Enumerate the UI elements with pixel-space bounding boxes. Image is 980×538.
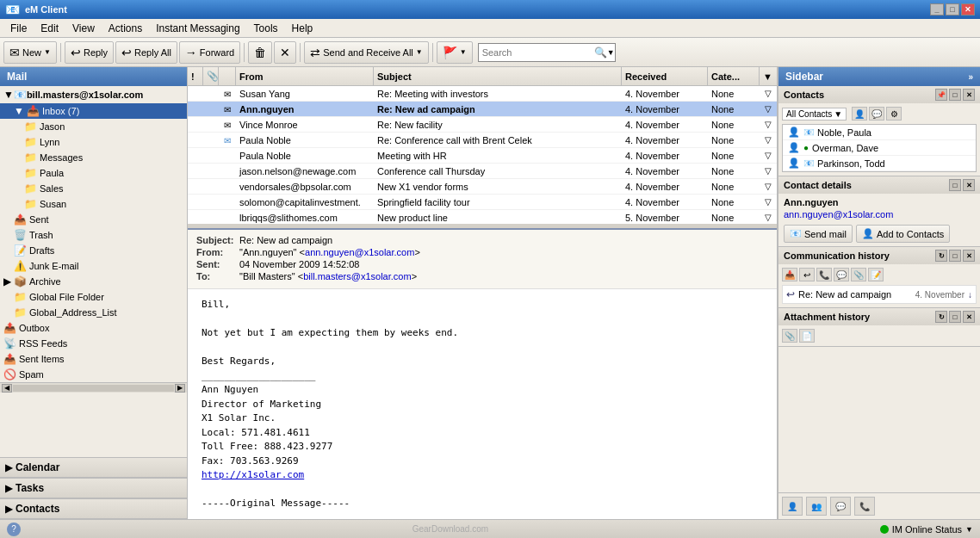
comm-icon-inbox[interactable]: 📥 (782, 268, 797, 281)
comm-history-item[interactable]: ↩ Re: New ad campaign 4. November ↓ (782, 285, 977, 304)
attach-history-refresh-btn[interactable]: ↻ (935, 311, 947, 323)
comm-icon-note[interactable]: 📝 (868, 268, 884, 281)
contact-item[interactable]: 👤 📧 Noble, Paula (783, 125, 976, 140)
folder-sentitems[interactable]: 📤 Sent Items (0, 351, 187, 367)
flag-button[interactable]: 🚩 ▼ (437, 41, 473, 64)
contact-item[interactable]: 👤 📧 Parkinson, Todd (783, 156, 976, 171)
contacts-icon-btn-1[interactable]: 👤 (852, 107, 867, 121)
move-button[interactable]: ✕ (274, 41, 296, 64)
contact-details-expand-btn[interactable]: □ (949, 179, 961, 191)
email-row[interactable]: solomon@capitalinvestment. Springfield f… (188, 195, 777, 210)
email-row[interactable]: vendorsales@bpsolar.com New X1 vendor fo… (188, 179, 777, 195)
contacts-filter-dropdown[interactable]: All Contacts ▼ (782, 108, 847, 121)
folder-susan[interactable]: 📁 Susan (0, 196, 187, 212)
sidebar-bottom-icon-4[interactable]: 📞 (854, 497, 875, 516)
attach-history-expand-btn[interactable]: □ (949, 311, 961, 323)
folder-sent[interactable]: 📤 Sent (0, 212, 187, 227)
search-box[interactable]: 🔍 ▼ (478, 43, 616, 62)
reply-button[interactable]: ↩ Reply (65, 41, 114, 64)
comm-icon-chat[interactable]: 💬 (834, 268, 849, 281)
comm-history-expand-btn[interactable]: □ (949, 250, 961, 262)
close-button[interactable]: ✕ (961, 3, 975, 15)
menu-edit[interactable]: Edit (34, 21, 65, 36)
menu-file[interactable]: File (3, 21, 34, 36)
folder-outbox[interactable]: 📤 Outbox (0, 320, 187, 336)
folder-paula[interactable]: 📁 Paula (0, 165, 187, 181)
col-header-from[interactable]: From (236, 67, 374, 85)
from-email-link[interactable]: ann.nguyen@x1solar.com (305, 247, 414, 257)
contacts-pin-btn[interactable]: 📌 (935, 89, 947, 101)
search-dropdown-icon[interactable]: ▼ (607, 48, 615, 57)
contact-detail-email[interactable]: ann.nguyen@x1solar.com (784, 209, 975, 220)
folder-sales[interactable]: 📁 Sales (0, 181, 187, 196)
col-header-attach[interactable]: 📎 (203, 67, 219, 85)
maximize-button[interactable]: □ (946, 3, 959, 15)
email-row[interactable]: ✉ Vince Monroe Re: New facility 4. Novem… (188, 117, 777, 133)
attach-icon-2[interactable]: 📄 (799, 329, 815, 343)
search-icon[interactable]: 🔍 (594, 46, 607, 59)
sidebar-bottom-icon-1[interactable]: 👤 (782, 497, 803, 516)
tasks-section-toggle[interactable]: ▶ Tasks (0, 478, 187, 498)
left-panel-hscroll[interactable]: ◀ ▶ (0, 382, 187, 393)
sidebar-expand-btn[interactable]: » (968, 72, 973, 82)
contact-details-header[interactable]: Contact details □ ✕ (778, 176, 980, 194)
hscroll-right-btn[interactable]: ▶ (175, 384, 185, 393)
email-row[interactable]: ✉ Susan Yang Re: Meeting with investors … (188, 86, 777, 102)
folder-archive[interactable]: ▶ 📦 Archive (0, 274, 187, 289)
menu-actions[interactable]: Actions (102, 21, 149, 36)
im-status[interactable]: IM Online Status ▼ (880, 524, 973, 535)
contact-details-close-btn[interactable]: ✕ (963, 179, 975, 191)
email-row[interactable]: Paula Noble Meeting with HR 4. November … (188, 148, 777, 164)
email-row[interactable]: jason.nelson@newage.com Conference call … (188, 164, 777, 179)
folder-lynn[interactable]: 📁 Lynn (0, 134, 187, 150)
folder-jason[interactable]: 📁 Jason (0, 119, 187, 134)
col-header-received[interactable]: Received (622, 67, 708, 85)
contacts-section-header[interactable]: Contacts 📌 □ ✕ (778, 86, 980, 103)
contacts-section-toggle[interactable]: ▶ Contacts (0, 498, 187, 519)
col-header-subject[interactable]: Subject (374, 67, 622, 85)
menu-tools[interactable]: Tools (247, 21, 285, 36)
im-status-dropdown[interactable]: ▼ (965, 525, 973, 534)
col-header-category[interactable]: Cate... (708, 67, 760, 85)
search-input[interactable] (482, 47, 594, 58)
col-header-status[interactable] (219, 67, 236, 85)
menu-view[interactable]: View (65, 21, 102, 36)
contact-item[interactable]: 👤 ● Overman, Dave (783, 140, 976, 156)
folder-junk[interactable]: ⚠️ Junk E-mail (0, 258, 187, 274)
attach-history-close-btn[interactable]: ✕ (963, 311, 975, 323)
attach-history-header[interactable]: Attachment history ↻ □ ✕ (778, 308, 980, 325)
contacts-icon-btn-2[interactable]: 💬 (869, 107, 884, 121)
add-contacts-btn[interactable]: 👤 Add to Contacts (856, 225, 950, 243)
folder-drafts[interactable]: 📝 Drafts (0, 243, 187, 258)
forward-button[interactable]: → Forward (179, 41, 240, 64)
delete-button[interactable]: 🗑 (248, 41, 272, 64)
folder-inbox[interactable]: ▼ 📥 Inbox (7) (0, 103, 187, 119)
reply-all-button[interactable]: ↩ Reply All (115, 41, 177, 64)
hscroll-left-btn[interactable]: ◀ (2, 384, 12, 393)
sidebar-bottom-icon-2[interactable]: 👥 (806, 497, 827, 516)
comm-icon-sent[interactable]: ↩ (799, 268, 815, 281)
email-row[interactable]: ✉ Paula Noble Re: Conference call with B… (188, 133, 777, 148)
comm-history-header[interactable]: Communication history ↻ □ ✕ (778, 247, 980, 264)
folder-messages[interactable]: 📁 Messages (0, 150, 187, 165)
attach-icon-1[interactable]: 📎 (782, 329, 797, 343)
new-button[interactable]: ✉ New ▼ (3, 41, 57, 64)
comm-icon-attach[interactable]: 📎 (851, 268, 866, 281)
contacts-icon-btn-3[interactable]: ⚙ (886, 107, 902, 121)
folder-globalfile[interactable]: 📁 Global File Folder (0, 289, 187, 305)
email-row[interactable]: ✉ Ann.nguyen Re: New ad campaign 4. Nove… (188, 102, 777, 117)
help-icon[interactable]: ? (7, 523, 21, 536)
comm-history-refresh-btn[interactable]: ↻ (935, 250, 947, 262)
to-email-link[interactable]: bill.masters@x1solar.com (303, 271, 411, 281)
comm-icon-call[interactable]: 📞 (816, 268, 832, 281)
folder-spam[interactable]: 🚫 Spam (0, 367, 187, 382)
folder-trash[interactable]: 🗑️ Trash (0, 227, 187, 243)
col-header-flag[interactable]: ! (188, 67, 203, 85)
folder-globaladdr[interactable]: 📁 Global_Address_List (0, 305, 187, 320)
comm-history-close-btn[interactable]: ✕ (963, 250, 975, 262)
calendar-section-toggle[interactable]: ▶ Calendar (0, 457, 187, 478)
body-url-link[interactable]: http://x1solar.com (202, 469, 304, 480)
email-row[interactable]: lbriqqs@slithomes.com New product line 5… (188, 210, 777, 224)
menu-help[interactable]: Help (285, 21, 320, 36)
sidebar-bottom-icon-3[interactable]: 💬 (830, 497, 851, 516)
